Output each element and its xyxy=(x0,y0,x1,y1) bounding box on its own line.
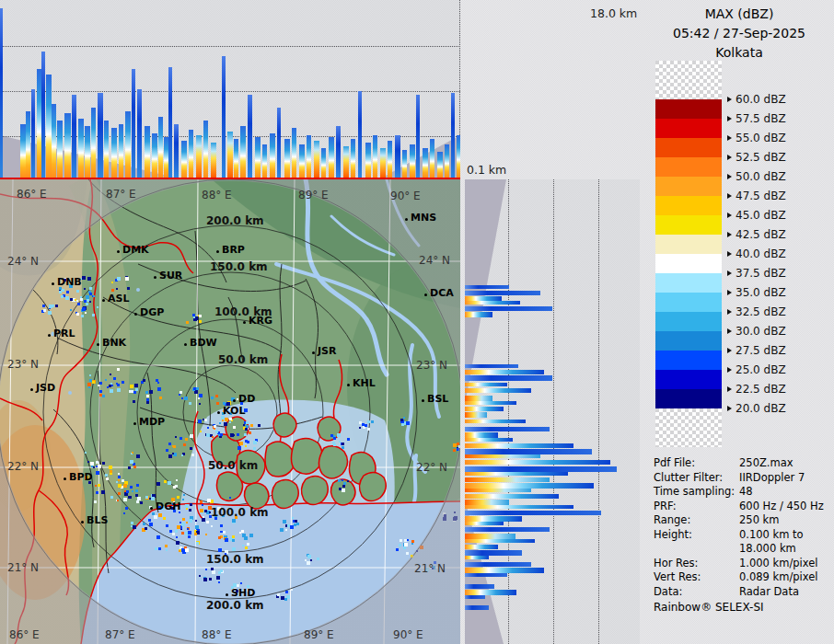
echo-bar xyxy=(465,454,540,458)
radar-map-panel: 86° E87° E88° E89° E90° E86° E87° E88° E… xyxy=(0,179,460,644)
echo-bar xyxy=(465,511,601,515)
range-ring-label: 50.0 km xyxy=(208,459,258,472)
echo-bar xyxy=(465,364,518,368)
metadata-label: Pdf File: xyxy=(654,456,739,471)
latitude-label: 21° N xyxy=(7,561,39,574)
dbz-level-text: 32.5 dBZ xyxy=(736,305,786,318)
range-ring-label: 200.0 km xyxy=(206,214,264,227)
level-tick-arrow-icon xyxy=(727,270,732,276)
range-ring-label: 100.0 km xyxy=(211,506,269,519)
level-tick-arrow-icon xyxy=(727,135,732,141)
echo-column xyxy=(0,8,3,178)
dbz-level-text: 20.0 dBZ xyxy=(736,402,786,415)
echo-column xyxy=(227,132,233,178)
city-dot xyxy=(64,477,66,480)
echo-bar xyxy=(465,412,487,418)
echo-column xyxy=(240,126,246,178)
echo-column xyxy=(248,95,252,178)
echo-column xyxy=(168,67,172,178)
level-tick-arrow-icon xyxy=(727,309,732,315)
echo-column xyxy=(137,89,142,178)
echo-bar xyxy=(465,595,485,599)
echo-column xyxy=(430,139,434,178)
dbz-level-label: 42.5 dBZ xyxy=(727,227,786,242)
echo-column xyxy=(336,126,341,178)
echo-column xyxy=(91,108,96,178)
dbz-swatch xyxy=(655,157,722,177)
dbz-level-label: 47.5 dBZ xyxy=(727,189,786,203)
echo-column xyxy=(125,111,131,178)
level-tick-arrow-icon xyxy=(727,232,732,237)
city-dot xyxy=(154,276,156,279)
echo-column xyxy=(321,148,326,178)
echo-column xyxy=(329,137,334,178)
level-tick-arrow-icon xyxy=(727,116,732,121)
level-tick-arrow-icon xyxy=(727,406,732,411)
city-label: PRL xyxy=(53,328,75,339)
metadata-value: IIRDoppler 7 xyxy=(739,471,805,486)
echo-column xyxy=(57,121,63,178)
echo-bar xyxy=(465,401,516,405)
dbz-swatch xyxy=(655,312,722,331)
echo-column xyxy=(234,139,238,178)
echo-column xyxy=(132,69,135,178)
dbz-level-label: 40.0 dBZ xyxy=(727,247,786,261)
dbz-level-label: 37.5 dBZ xyxy=(727,266,786,281)
echo-column xyxy=(451,93,455,178)
level-tick-arrow-icon xyxy=(727,155,732,160)
echo-bar xyxy=(465,427,550,431)
dbz-swatch xyxy=(655,177,722,196)
city-label: KOL xyxy=(223,405,245,417)
city-label: BLS xyxy=(87,514,108,526)
metadata-label: Vert Res: xyxy=(654,570,739,585)
latitude-label: 24° N xyxy=(419,254,450,267)
dbz-level-text: 50.0 dBZ xyxy=(736,170,786,183)
echo-column xyxy=(104,121,109,178)
echo-bar xyxy=(465,301,520,305)
software-brand: Rainbow® SELEX-SI xyxy=(654,601,764,614)
level-tick-arrow-icon xyxy=(727,328,732,334)
longitude-label: 89° E xyxy=(298,189,329,201)
dbz-level-label: 60.0 dBZ xyxy=(727,92,786,107)
map-labels-layer: 86° E87° E88° E89° E90° E86° E87° E88° E… xyxy=(0,179,460,644)
echo-column xyxy=(98,93,103,178)
city-label: KRG xyxy=(249,315,272,327)
city-label: BDW xyxy=(190,337,217,349)
metadata-row: Range:250 km xyxy=(654,513,834,528)
echo-column xyxy=(437,152,443,178)
latitude-label: 23° N xyxy=(7,358,39,371)
height-gridline xyxy=(0,46,460,47)
dbz-swatch-below-min xyxy=(655,408,722,447)
dbz-level-text: 37.5 dBZ xyxy=(736,267,786,280)
echo-column xyxy=(410,144,415,178)
echo-bar xyxy=(465,605,489,610)
latitude-label: 22° N xyxy=(7,460,39,473)
echo-bar xyxy=(465,375,552,381)
echo-column xyxy=(145,126,150,178)
echo-column xyxy=(174,124,179,178)
echo-column xyxy=(72,95,76,178)
city-label: JSD xyxy=(36,382,55,394)
dbz-swatch xyxy=(655,389,722,408)
metadata-value: 250 km xyxy=(739,513,779,528)
height-axis-min-label: 0.1 km xyxy=(467,163,506,177)
echo-bar xyxy=(465,545,498,549)
city-dot xyxy=(150,507,153,510)
metadata-label: Hor Res: xyxy=(654,557,739,571)
dbz-level-text: 47.5 dBZ xyxy=(736,190,786,202)
echo-bar xyxy=(465,477,550,482)
echo-column xyxy=(152,133,157,178)
metadata-value: 48 xyxy=(739,485,753,500)
dbz-level-label: 52.5 dBZ xyxy=(727,150,786,165)
echo-column xyxy=(255,137,261,178)
echo-bar xyxy=(465,489,531,492)
city-label: JSR xyxy=(318,345,337,357)
product-datetime: 05:42 / 27-Sep-2025 xyxy=(644,24,834,43)
product-metadata: Pdf File:250Z.maxClutter Filter:IIRDoppl… xyxy=(654,456,834,599)
dbz-level-text: 27.5 dBZ xyxy=(736,344,786,357)
metadata-label: Range: xyxy=(654,513,739,528)
level-tick-arrow-icon xyxy=(727,97,732,102)
city-label: BPD xyxy=(69,471,93,483)
echo-column xyxy=(78,119,84,178)
latitude-label: 23° N xyxy=(416,359,447,372)
